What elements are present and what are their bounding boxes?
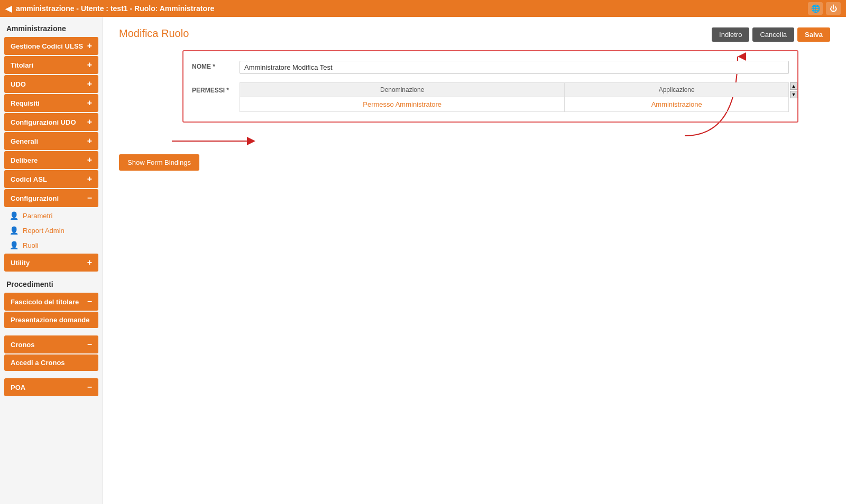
cancella-button[interactable]: Cancella bbox=[752, 27, 794, 42]
sidebar-item-presentazione[interactable]: Presentazione domande bbox=[4, 312, 98, 328]
person-icon: 👤 bbox=[10, 211, 19, 220]
form-container: NOME * PERMESSI * Cerca Denominazione Ap… bbox=[182, 50, 798, 123]
scroll-buttons: ▲ ▼ bbox=[790, 82, 797, 98]
plus-icon: + bbox=[87, 60, 92, 70]
sidebar-item-delibere[interactable]: Delibere + bbox=[4, 151, 98, 169]
sidebar-item-label: Fascicolo del titolare bbox=[11, 298, 79, 306]
sidebar-item-configurazioni-udo[interactable]: Configurazioni UDO + bbox=[4, 113, 98, 131]
plus-icon: + bbox=[87, 117, 92, 127]
col-denominazione: Denominazione bbox=[240, 83, 565, 97]
minus-icon: − bbox=[87, 382, 92, 392]
minus-icon: − bbox=[87, 297, 92, 306]
sidebar-item-label: Delibere bbox=[11, 156, 38, 164]
main-content: Indietro Cancella Salva Modifica Ruolo bbox=[103, 17, 846, 504]
sidebar-item-udo[interactable]: UDO + bbox=[4, 75, 98, 93]
sidebar-item-utility[interactable]: Utility + bbox=[4, 254, 98, 272]
salva-button[interactable]: Salva bbox=[797, 27, 830, 42]
power-button[interactable]: ⏻ bbox=[826, 2, 841, 15]
sidebar-sub-label: Parametri bbox=[23, 212, 52, 220]
sidebar-item-label: Presentazione domande bbox=[11, 316, 90, 324]
sidebar-item-generali[interactable]: Generali + bbox=[4, 132, 98, 150]
plus-icon: + bbox=[87, 136, 92, 146]
show-form-bindings-button[interactable]: Show Form Bindings bbox=[119, 154, 199, 171]
minus-icon: − bbox=[87, 193, 92, 203]
sidebar-item-cronos[interactable]: Cronos − bbox=[4, 335, 98, 353]
sidebar-item-label: Configurazioni UDO bbox=[11, 118, 76, 126]
sidebar-sub-parametri[interactable]: 👤 Parametri bbox=[0, 208, 103, 223]
sidebar-item-label: Cronos bbox=[11, 341, 35, 349]
sidebar-item-label: POA bbox=[11, 384, 25, 391]
nome-label: NOME * bbox=[192, 61, 240, 70]
table-row: Permesso Amministratore Amministrazione bbox=[240, 97, 789, 112]
permessi-label: PERMESSI * bbox=[192, 82, 240, 94]
top-bar-right: 🌐 ⏻ bbox=[808, 2, 841, 15]
sidebar-item-label: Codici ASL bbox=[11, 175, 47, 183]
top-bar-left: ◀ amministrazione - Utente : test1 - Ruo… bbox=[5, 4, 214, 14]
minus-icon: − bbox=[87, 340, 92, 349]
permessi-table-wrapper: Denominazione Applicazione Permesso Ammi… bbox=[240, 82, 789, 112]
form-row-nome: NOME * bbox=[183, 57, 797, 78]
sidebar-item-label: Titolari bbox=[11, 61, 33, 69]
sidebar-sub-label: Ruoli bbox=[23, 241, 39, 249]
sidebar-section-procedimenti: Procedimenti bbox=[0, 273, 103, 292]
sidebar-item-gestione-codici-ulss[interactable]: Gestione Codici ULSS + bbox=[4, 37, 98, 55]
globe-button[interactable]: 🌐 bbox=[808, 2, 823, 15]
sidebar-sub-report-admin[interactable]: 👤 Report Admin bbox=[0, 223, 103, 238]
sidebar-item-configurazioni[interactable]: Configurazioni − bbox=[4, 189, 98, 207]
person-icon: 👤 bbox=[10, 241, 19, 249]
sidebar-item-fascicolo[interactable]: Fascicolo del titolare − bbox=[4, 293, 98, 311]
sidebar-item-label: Generali bbox=[11, 137, 38, 145]
scroll-up-button[interactable]: ▲ bbox=[790, 82, 797, 90]
sidebar-item-poa[interactable]: POA − bbox=[4, 378, 98, 396]
form-row-permessi: PERMESSI * Cerca Denominazione Applicazi… bbox=[183, 78, 797, 116]
sidebar: Amministrazione Gestione Codici ULSS + T… bbox=[0, 17, 103, 504]
back-arrow-icon[interactable]: ◀ bbox=[5, 4, 12, 14]
sidebar-sub-ruoli[interactable]: 👤 Ruoli bbox=[0, 238, 103, 253]
sidebar-item-accedi-cronos[interactable]: Accedi a Cronos bbox=[4, 354, 98, 371]
cell-denominazione: Permesso Amministratore bbox=[240, 97, 565, 112]
scroll-down-button[interactable]: ▼ bbox=[790, 91, 797, 98]
permessi-table: Denominazione Applicazione Permesso Ammi… bbox=[240, 82, 789, 112]
indietro-button[interactable]: Indietro bbox=[712, 27, 749, 42]
sidebar-section-amministrazione: Amministrazione bbox=[0, 17, 103, 36]
plus-icon: + bbox=[87, 79, 92, 89]
sidebar-sub-label: Report Admin bbox=[23, 227, 65, 235]
sidebar-item-label: Utility bbox=[11, 259, 30, 267]
col-applicazione: Applicazione bbox=[565, 83, 789, 97]
sidebar-item-titolari[interactable]: Titolari + bbox=[4, 56, 98, 74]
cell-applicazione: Amministrazione bbox=[565, 97, 789, 112]
sidebar-item-label: Configurazioni bbox=[11, 194, 59, 202]
top-bar-title: amministrazione - Utente : test1 - Ruolo… bbox=[16, 4, 214, 13]
layout: Amministrazione Gestione Codici ULSS + T… bbox=[0, 17, 846, 504]
top-bar: ◀ amministrazione - Utente : test1 - Ruo… bbox=[0, 0, 846, 17]
show-form-bindings-container: Show Form Bindings bbox=[119, 138, 830, 171]
sidebar-item-label: Accedi a Cronos bbox=[11, 359, 65, 367]
sidebar-item-label: Gestione Codici ULSS bbox=[11, 42, 83, 50]
plus-icon: + bbox=[87, 98, 92, 108]
sidebar-item-requisiti[interactable]: Requisiti + bbox=[4, 94, 98, 112]
nome-input[interactable] bbox=[240, 61, 789, 74]
plus-icon: + bbox=[87, 41, 92, 51]
sidebar-item-label: Requisiti bbox=[11, 99, 40, 107]
plus-icon: + bbox=[87, 155, 92, 165]
person-icon: 👤 bbox=[10, 226, 19, 235]
action-buttons: Indietro Cancella Salva bbox=[712, 27, 830, 42]
plus-icon: + bbox=[87, 174, 92, 184]
plus-icon: + bbox=[87, 258, 92, 267]
sidebar-item-label: UDO bbox=[11, 80, 26, 88]
permessi-block: Cerca Denominazione Applicazione bbox=[240, 82, 789, 112]
sidebar-item-codici-asl[interactable]: Codici ASL + bbox=[4, 170, 98, 188]
